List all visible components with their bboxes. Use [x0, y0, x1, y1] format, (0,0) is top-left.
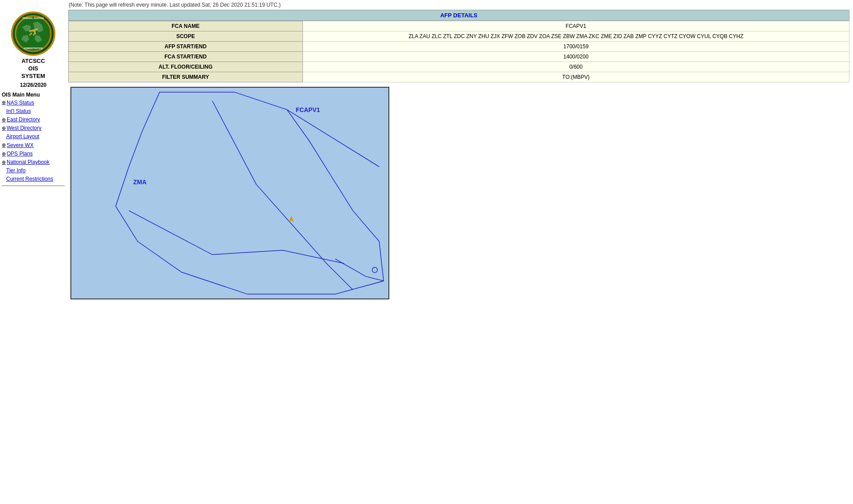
svg-text:ZMA: ZMA — [133, 178, 147, 186]
sidebar-item-severe-wx[interactable]: ⊕ Severe WX — [2, 141, 65, 150]
sidebar-item-west-directory[interactable]: ⊕ West Directory — [2, 124, 65, 132]
logo-area: FEDERAL AVIATION ADMINISTRATION ATCSCC O… — [2, 12, 65, 88]
table-row-label: FCA NAME — [69, 21, 303, 31]
expand-icon: ⊕ — [2, 116, 6, 124]
expand-icon: ⊕ — [2, 141, 6, 149]
table-row: FCA START/END1400/0200 — [69, 52, 849, 62]
table-row: AFP START/END1700/0159 — [69, 42, 849, 52]
map-svg: FCAPV1 ZMA — [71, 88, 388, 299]
sidebar-item-east-directory[interactable]: ⊕ East Directory — [2, 116, 65, 124]
sidebar-item-airport-layout[interactable]: Airport Layout — [2, 132, 65, 141]
table-row-value: FCAPV1 — [302, 21, 849, 31]
afp-details-table: AFP DETAILS FCA NAMEFCAPV1SCOPEZLA ZAU Z… — [68, 10, 849, 82]
table-row-value: 0/600 — [302, 62, 849, 72]
table-row-label: FCA START/END — [69, 52, 303, 62]
sidebar: FEDERAL AVIATION ADMINISTRATION ATCSCC O… — [0, 10, 66, 303]
table-row-label: SCOPE — [69, 31, 303, 42]
expand-icon: ⊕ — [2, 99, 6, 107]
sidebar-item-current-restrictions[interactable]: Current Restrictions — [2, 175, 65, 183]
main-content: AFP DETAILS FCA NAMEFCAPV1SCOPEZLA ZAU Z… — [66, 10, 853, 303]
sidebar-item-nas-status[interactable]: ⊕ NAS Status — [2, 99, 65, 107]
svg-text:FEDERAL AVIATION: FEDERAL AVIATION — [23, 17, 44, 19]
table-row: SCOPEZLA ZAU ZLC ZTL ZDC ZNY ZHU ZJX ZFW… — [69, 31, 849, 42]
sidebar-item-intl-status[interactable]: Int'l Status — [2, 107, 65, 116]
expand-icon: ⊕ — [2, 124, 6, 132]
table-row-label: AFP START/END — [69, 42, 303, 52]
expand-icon: ⊕ — [2, 159, 6, 167]
afp-table-caption: AFP DETAILS — [68, 10, 849, 21]
sidebar-item-tier-info[interactable]: Tier Info — [2, 167, 65, 175]
table-row: FCA NAMEFCAPV1 — [69, 21, 849, 31]
system-title: ATCSCC OIS SYSTEM — [2, 58, 65, 80]
expand-icon: ⊕ — [2, 150, 6, 158]
table-row-value: TO:(MBPV) — [302, 72, 849, 82]
map-container: FCAPV1 ZMA — [70, 87, 389, 299]
sidebar-item-national-playbook[interactable]: ⊕ National Playbook — [2, 158, 65, 167]
table-row-value: 1700/0159 — [302, 42, 849, 52]
svg-text:ADMINISTRATION: ADMINISTRATION — [24, 47, 43, 50]
date-label: 12/26/2020 — [2, 82, 65, 88]
menu-title: OIS Main Menu — [2, 92, 65, 98]
menu-divider — [2, 186, 65, 186]
top-note: (Note: This page will refresh every minu… — [0, 0, 853, 10]
table-row: ALT. FLOOR/CEILING0/600 — [69, 62, 849, 72]
table-row: FILTER SUMMARYTO:(MBPV) — [69, 72, 849, 82]
sidebar-item-ops-plans[interactable]: ⊕ OPS Plans — [2, 150, 65, 158]
table-row-value: ZLA ZAU ZLC ZTL ZDC ZNY ZHU ZJX ZFW ZOB … — [302, 31, 849, 42]
table-row-label: ALT. FLOOR/CEILING — [69, 62, 303, 72]
svg-text:FCAPV1: FCAPV1 — [296, 106, 320, 113]
table-row-value: 1400/0200 — [302, 52, 849, 62]
faa-logo: FEDERAL AVIATION ADMINISTRATION — [11, 12, 55, 56]
table-row-label: FILTER SUMMARY — [69, 72, 303, 82]
